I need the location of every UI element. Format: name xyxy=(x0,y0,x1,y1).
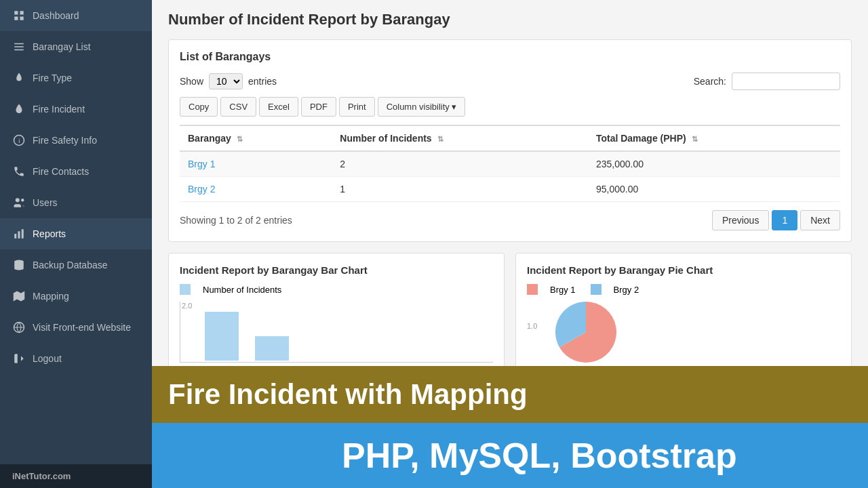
flame-icon xyxy=(12,71,26,85)
entries-select[interactable]: 10 25 50 xyxy=(209,73,243,89)
sidebar-item-fire-contacts[interactable]: Fire Contacts xyxy=(0,156,152,187)
main-content: Number of Incident Report by Barangay Li… xyxy=(152,0,868,488)
copy-button[interactable]: Copy xyxy=(180,97,218,117)
svg-rect-13 xyxy=(22,229,24,239)
col-barangay[interactable]: Barangay ⇅ xyxy=(180,125,332,151)
sidebar-item-fire-type[interactable]: Fire Type xyxy=(0,62,152,94)
sidebar-item-label: Mapping xyxy=(33,291,69,302)
fire-icon xyxy=(12,102,26,116)
damage-cell: 235,000.00 xyxy=(588,151,840,177)
bar-legend-dot xyxy=(180,284,191,295)
list-icon xyxy=(12,40,26,54)
pie-chart-area: 1.0 xyxy=(527,302,840,363)
svg-marker-15 xyxy=(14,291,25,302)
svg-rect-3 xyxy=(20,17,24,20)
sidebar-item-reports[interactable]: Reports xyxy=(0,218,152,249)
sidebar-item-label: Fire Contacts xyxy=(33,166,89,177)
table-row: Brgy 1 2 235,000.00 xyxy=(180,151,840,177)
svg-rect-2 xyxy=(14,17,18,20)
logout-icon xyxy=(12,352,26,365)
database-icon xyxy=(12,258,26,272)
charts-row: Incident Report by Barangay Bar Chart Nu… xyxy=(168,253,852,374)
sidebar-item-mapping[interactable]: Mapping xyxy=(0,281,152,312)
incidents-cell: 2 xyxy=(332,151,588,177)
search-box: Search: xyxy=(694,73,840,90)
chart-icon xyxy=(12,227,26,241)
excel-button[interactable]: Excel xyxy=(259,97,298,117)
sidebar-item-dashboard[interactable]: Dashboard xyxy=(0,0,152,31)
bar xyxy=(205,312,239,361)
svg-rect-4 xyxy=(14,43,24,45)
sidebar-item-label: Users xyxy=(33,197,58,208)
export-buttons: Copy CSV Excel PDF Print Column visibili… xyxy=(180,97,840,117)
damage-cell: 95,000.00 xyxy=(588,177,840,202)
next-button[interactable]: Next xyxy=(800,210,840,230)
svg-rect-6 xyxy=(14,49,24,51)
pdf-button[interactable]: PDF xyxy=(301,97,336,117)
page-1-button[interactable]: 1 xyxy=(772,210,797,230)
sidebar: Dashboard Barangay List Fire Type Fire I… xyxy=(0,0,152,488)
bar xyxy=(255,336,289,361)
svg-text:i: i xyxy=(18,137,20,144)
entries-info: Showing 1 to 2 of 2 entries xyxy=(180,215,292,226)
col-damage[interactable]: Total Damage (PHP) ⇅ xyxy=(588,125,840,151)
print-button[interactable]: Print xyxy=(339,97,375,117)
table-row: Brgy 2 1 95,000.00 xyxy=(180,177,840,202)
sidebar-item-label: Fire Safety Info xyxy=(33,135,97,146)
column-visibility-button[interactable]: Column visibility ▾ xyxy=(378,97,466,117)
bar-chart-legend: Number of Incidents xyxy=(180,284,493,295)
svg-rect-11 xyxy=(14,234,16,239)
pie-chart-title: Incident Report by Barangay Pie Chart xyxy=(527,264,840,276)
sidebar-item-barangay-list[interactable]: Barangay List xyxy=(0,31,152,62)
sidebar-item-fire-incident[interactable]: Fire Incident xyxy=(0,94,152,125)
phone-icon xyxy=(12,165,26,178)
info-icon: i xyxy=(12,134,26,147)
sidebar-item-label: Logout xyxy=(33,353,62,364)
barangay-cell[interactable]: Brgy 2 xyxy=(180,177,332,202)
barangay-cell[interactable]: Brgy 1 xyxy=(180,151,332,177)
svg-rect-5 xyxy=(14,46,24,47)
sort-icon-incidents: ⇅ xyxy=(437,135,443,144)
sort-icon-damage: ⇅ xyxy=(692,135,698,144)
sidebar-item-label: Visit Front-end Website xyxy=(33,322,131,333)
sidebar-item-label: Reports xyxy=(33,228,66,239)
table-controls-top: Show 10 25 50 entries Search: xyxy=(180,73,840,90)
pie-legend-dot-1 xyxy=(527,284,538,295)
sort-icon-barangay: ⇅ xyxy=(237,135,243,144)
svg-rect-0 xyxy=(14,11,18,14)
page-title: Number of Incident Report by Barangay xyxy=(168,11,852,28)
svg-point-9 xyxy=(16,198,20,202)
card-title: List of Barangays xyxy=(180,51,840,63)
prev-button[interactable]: Previous xyxy=(712,210,769,230)
sidebar-item-logout[interactable]: Logout xyxy=(0,343,152,374)
sidebar-item-users[interactable]: Users xyxy=(0,187,152,218)
search-input[interactable] xyxy=(732,73,840,90)
sidebar-footer: iNetTutor.com xyxy=(0,464,152,488)
grid-icon xyxy=(12,9,26,22)
csv-button[interactable]: CSV xyxy=(220,97,256,117)
incidents-cell: 1 xyxy=(332,177,588,202)
svg-point-10 xyxy=(21,199,24,202)
pie-chart-card: Incident Report by Barangay Pie Chart Br… xyxy=(515,253,852,374)
sidebar-item-label: Backup Database xyxy=(33,260,108,270)
users-icon xyxy=(12,196,26,209)
col-incidents[interactable]: Number of Incidents ⇅ xyxy=(332,125,588,151)
sidebar-item-label: Fire Type xyxy=(33,73,72,83)
bar-chart-card: Incident Report by Barangay Bar Chart Nu… xyxy=(168,253,505,374)
table-card: List of Barangays Show 10 25 50 entries … xyxy=(168,39,852,242)
bar-y-label: 2.0 xyxy=(182,302,192,310)
sidebar-item-label: Dashboard xyxy=(33,10,79,21)
bar-chart-title: Incident Report by Barangay Bar Chart xyxy=(180,264,493,276)
globe-icon xyxy=(12,321,26,334)
svg-rect-12 xyxy=(18,231,20,239)
data-table: Barangay ⇅ Number of Incidents ⇅ Total D… xyxy=(180,125,840,202)
pie-y-label: 1.0 xyxy=(527,302,537,330)
sidebar-item-visit-frontend[interactable]: Visit Front-end Website xyxy=(0,312,152,343)
sidebar-item-fire-safety-info[interactable]: i Fire Safety Info xyxy=(0,125,152,156)
sidebar-item-label: Barangay List xyxy=(33,41,91,52)
sidebar-item-label: Fire Incident xyxy=(33,104,85,115)
content-area: Number of Incident Report by Barangay Li… xyxy=(152,0,868,488)
sidebar-item-backup-database[interactable]: Backup Database xyxy=(0,249,152,281)
map-icon xyxy=(12,289,26,303)
show-entries: Show 10 25 50 entries xyxy=(180,73,277,89)
